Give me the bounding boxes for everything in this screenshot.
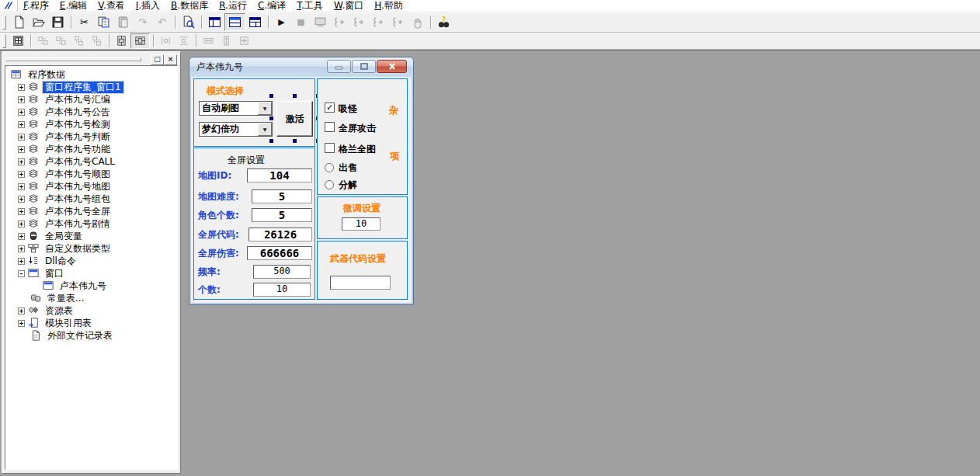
run-button[interactable]: ▶ — [272, 14, 291, 30]
form-designer-button[interactable] — [9, 34, 27, 48]
expand-toggle[interactable]: + — [18, 109, 25, 116]
form-designer-window[interactable]: 卢本伟九号 模式选择 自动刷图 ▼ 梦幻倍功 ▼ 激活 — [189, 57, 414, 305]
panel-close-button[interactable]: × — [164, 54, 177, 65]
expand-toggle[interactable]: + — [18, 258, 25, 265]
tree-item-global-vars[interactable]: +全局变量 — [5, 230, 177, 242]
same-width-button[interactable] — [200, 34, 217, 48]
tree-item-modules[interactable]: +模块引用表 — [5, 317, 177, 329]
tree-item-external-files[interactable]: 外部文件记录表 — [5, 329, 177, 342]
map-id-input[interactable]: 104 — [247, 169, 312, 182]
finetune-input[interactable]: 10 — [342, 217, 381, 231]
pause-button[interactable] — [408, 14, 427, 30]
checkbox-absorb-monsters[interactable]: ✓ — [325, 102, 335, 113]
expand-toggle[interactable]: + — [18, 183, 25, 190]
copy-button[interactable] — [94, 14, 113, 30]
tree-item[interactable]: +卢本伟九号地图 — [5, 180, 177, 193]
tree-item[interactable]: +卢本伟九号功能 — [5, 143, 177, 155]
chevron-down-icon[interactable]: ▼ — [258, 123, 272, 136]
space-evenly-vertical-button[interactable] — [175, 34, 193, 48]
expand-toggle[interactable]: + — [18, 233, 25, 240]
menu-view[interactable]: V.查看 — [92, 0, 130, 12]
menu-compile[interactable]: C.编译 — [252, 0, 291, 12]
align-bottom-button[interactable] — [88, 34, 106, 48]
minimize-button[interactable] — [327, 60, 351, 73]
activate-button[interactable]: 激活 — [276, 101, 313, 137]
step-out-button[interactable] — [369, 14, 388, 30]
chevron-down-icon[interactable]: ▼ — [258, 102, 272, 115]
mode-combo-1[interactable]: 自动刷图 ▼ — [199, 101, 273, 116]
tree-item[interactable]: +卢本伟九号顺图 — [5, 168, 177, 180]
redo-button[interactable]: ↷ — [133, 14, 152, 30]
selection-handle[interactable] — [293, 94, 297, 98]
menu-tools[interactable]: T.工具 — [291, 0, 328, 12]
paste-button[interactable] — [113, 14, 133, 30]
align-top-button[interactable] — [70, 34, 88, 48]
expand-toggle[interactable]: + — [18, 320, 25, 327]
undo-button[interactable]: ↶ — [152, 14, 172, 30]
selection-handle[interactable] — [269, 116, 273, 120]
view-program-button[interactable] — [205, 14, 224, 30]
radio-sell[interactable] — [325, 163, 334, 172]
checkbox-label[interactable]: 吸怪 — [339, 102, 357, 116]
mode-combo-2[interactable]: 梦幻倍功 ▼ — [199, 122, 273, 137]
weapon-code-input[interactable] — [330, 276, 391, 290]
checkbox-label[interactable]: 全屏攻击 — [339, 122, 376, 135]
expand-toggle[interactable]: - — [18, 270, 25, 277]
view-layout-button[interactable] — [245, 14, 265, 30]
expand-toggle[interactable]: + — [18, 196, 25, 203]
panel-header[interactable]: □ × — [5, 54, 177, 63]
run-to-cursor-button[interactable] — [388, 14, 408, 30]
expand-toggle[interactable]: + — [18, 307, 25, 314]
checkbox-fullscreen-attack[interactable] — [325, 122, 335, 132]
menu-run[interactable]: R.运行 — [214, 0, 252, 12]
tree-item[interactable]: +卢本伟九号检测 — [5, 118, 177, 130]
tree-item[interactable]: +窗口程序集_窗口1 — [5, 81, 177, 93]
expand-toggle[interactable]: + — [18, 158, 25, 165]
debug-monitor-button[interactable] — [311, 14, 330, 30]
fullscreen-damage-input[interactable]: 666666 — [247, 246, 312, 260]
selection-handle[interactable] — [269, 139, 273, 143]
cut-button[interactable]: ✂ — [75, 14, 94, 30]
expand-toggle[interactable]: + — [18, 146, 25, 153]
step-over-button[interactable] — [349, 14, 369, 30]
tree-item[interactable]: +卢本伟九号判断 — [5, 130, 177, 143]
align-right-button[interactable] — [52, 34, 70, 48]
view-split-button[interactable] — [224, 13, 245, 31]
program-data-tree[interactable]: 程序数据 +窗口程序集_窗口1 +卢本伟九号汇编 +卢本伟九号公告 +卢本伟九号… — [5, 65, 178, 470]
tree-item-window-child[interactable]: 卢本伟九号 — [5, 280, 177, 292]
panel-drag-handle[interactable] — [5, 57, 141, 61]
expand-toggle[interactable]: + — [18, 134, 25, 141]
tree-item-resources[interactable]: +资源表 — [5, 304, 177, 317]
tree-item-constants[interactable]: 常量表... — [5, 292, 177, 304]
selection-handle[interactable] — [269, 94, 273, 98]
expand-toggle[interactable]: + — [18, 245, 25, 252]
tree-item-datatypes[interactable]: +自定义数据类型 — [5, 242, 177, 255]
form-canvas[interactable]: 模式选择 自动刷图 ▼ 梦幻倍功 ▼ 激活 — [192, 78, 411, 302]
tree-item[interactable]: +卢本伟九号汇编 — [5, 93, 177, 106]
step-into-button[interactable] — [330, 14, 349, 30]
expand-toggle[interactable]: + — [18, 96, 25, 103]
tree-item-dll[interactable]: +Dll命令 — [5, 255, 177, 267]
tree-item-root[interactable]: 程序数据 — [5, 68, 177, 81]
expand-toggle[interactable]: + — [18, 84, 25, 91]
find-button[interactable] — [179, 14, 198, 30]
role-count-input[interactable]: 5 — [252, 208, 312, 222]
align-left-button[interactable] — [34, 34, 52, 48]
open-button[interactable] — [29, 14, 48, 30]
tree-item[interactable]: +卢本伟九号公告 — [5, 106, 177, 118]
new-button[interactable] — [9, 14, 29, 30]
panel-maximize-button[interactable]: □ — [151, 54, 164, 65]
tree-item[interactable]: +卢本伟九号剧情 — [5, 217, 177, 230]
fullscreen-code-input[interactable]: 26126 — [248, 228, 312, 241]
menu-database[interactable]: B.数据库 — [165, 0, 214, 12]
toolbar-gripper[interactable] — [2, 34, 6, 48]
expand-toggle[interactable]: + — [18, 221, 25, 228]
tree-item[interactable]: +卢本伟九号CALL — [5, 155, 177, 168]
maximize-button[interactable] — [352, 60, 376, 73]
frequency-input[interactable]: 500 — [253, 265, 311, 279]
radio-decompose[interactable] — [325, 180, 334, 189]
center-vertically-button[interactable] — [130, 33, 150, 49]
menu-insert[interactable]: I.插入 — [130, 0, 165, 12]
map-difficulty-input[interactable]: 5 — [252, 189, 312, 203]
stop-button[interactable]: ■ — [291, 14, 311, 30]
